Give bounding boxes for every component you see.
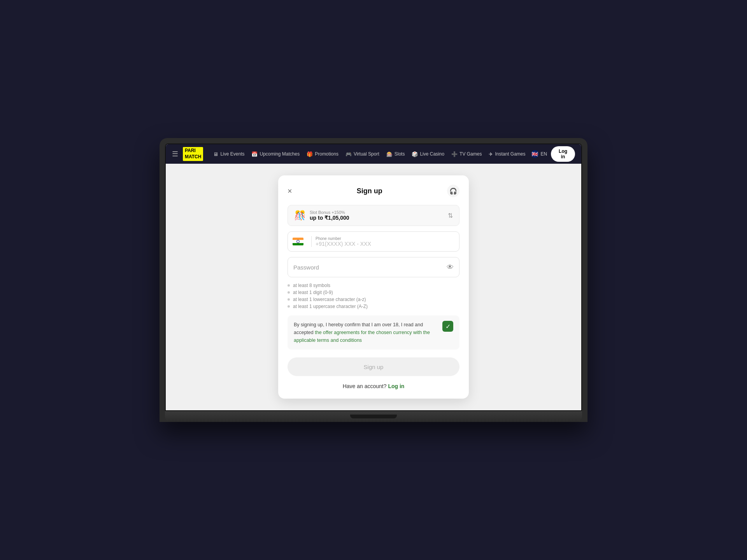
have-account-row: Have an account? Log in [288, 383, 459, 389]
terms-text: By signing up, I hereby confirm that I a… [294, 321, 437, 344]
nav-item-label: Live Events [220, 151, 244, 157]
language-selector[interactable]: 🇬🇧 EN [531, 150, 547, 158]
phone-input-field[interactable]: Phone number +91(XXXX) XXX - XXX [288, 231, 459, 252]
rule-text: at least 1 lowercase character (a-z) [293, 297, 366, 302]
login-link[interactable]: Log in [388, 383, 404, 389]
rule-text: at least 8 symbols [293, 283, 330, 288]
live-events-icon: 🖥 [213, 151, 218, 157]
nav-item-label: Upcoming Matches [260, 151, 300, 157]
chevron-updown-icon: ⇅ [448, 212, 453, 219]
nav-item-tv-games[interactable]: ➕ TV Games [448, 149, 485, 159]
rule-dot [288, 284, 290, 287]
password-input-field[interactable]: Password 👁 [288, 257, 459, 277]
bonus-label: Slot Bonus +150% [310, 210, 349, 215]
nav-item-instant-games[interactable]: ✈ Instant Games [486, 149, 528, 159]
rule-dot [288, 291, 290, 294]
login-button[interactable]: Log in [551, 146, 575, 162]
bonus-left: 🎊 Slot Bonus +150% up to ₹1,05,000 [294, 210, 349, 221]
rule-item-1: at least 8 symbols [288, 283, 459, 288]
nav-item-label: Live Casino [420, 151, 444, 157]
phone-divider [311, 236, 312, 247]
bonus-emoji: 🎊 [294, 210, 306, 221]
phone-placeholder: +91(XXXX) XXX - XXX [316, 241, 454, 247]
instant-games-icon: ✈ [489, 151, 493, 157]
modal-title: Sign up [357, 187, 382, 195]
phone-label: Phone number [316, 236, 454, 241]
nav-item-virtual-sport[interactable]: 🎮 Virtual Sport [342, 149, 382, 159]
terms-checkbox[interactable]: ✓ [442, 321, 453, 332]
slots-icon: 🎰 [386, 151, 393, 157]
nav-item-label: Slots [395, 151, 405, 157]
nav-item-label: Promotions [315, 151, 338, 157]
laptop-screen: ☰ PARI MATCH 🖥 Live Events 📅 Upcoming Ma… [165, 144, 582, 411]
nav-items: 🖥 Live Events 📅 Upcoming Matches 🎁 Promo… [210, 149, 528, 159]
bonus-info: Slot Bonus +150% up to ₹1,05,000 [310, 210, 349, 221]
main-content: × Sign up 🎧 🎊 Slot Bonus +150% up to ₹1,… [166, 164, 581, 410]
bonus-value: up to ₹1,05,000 [310, 215, 349, 221]
eye-icon[interactable]: 👁 [447, 263, 454, 271]
promotions-icon: 🎁 [307, 151, 313, 157]
terms-box: By signing up, I hereby confirm that I a… [288, 315, 459, 350]
password-placeholder: Password [293, 264, 447, 271]
rule-item-2: at least 1 digit (0-9) [288, 290, 459, 295]
nav-item-live-events[interactable]: 🖥 Live Events [210, 149, 247, 159]
signup-button[interactable]: Sign up [288, 357, 459, 376]
laptop-frame: ☰ PARI MATCH 🖥 Live Events 📅 Upcoming Ma… [160, 138, 587, 422]
rule-item-4: at least 1 uppercase character (A-Z) [288, 304, 459, 309]
live-casino-icon: 🎲 [412, 151, 418, 157]
nav-item-label: TV Games [459, 151, 482, 157]
rule-dot [288, 305, 290, 308]
nav-item-upcoming-matches[interactable]: 📅 Upcoming Matches [248, 149, 303, 159]
signup-modal: × Sign up 🎧 🎊 Slot Bonus +150% up to ₹1,… [278, 175, 469, 399]
modal-header: × Sign up 🎧 [288, 185, 459, 197]
rule-text: at least 1 uppercase character (A-Z) [293, 304, 368, 309]
laptop-base [165, 411, 582, 422]
language-code: EN [541, 151, 547, 157]
upcoming-matches-icon: 📅 [251, 151, 258, 157]
phone-inner: Phone number +91(XXXX) XXX - XXX [316, 236, 454, 247]
tv-games-icon: ➕ [451, 151, 458, 157]
rule-item-3: at least 1 lowercase character (a-z) [288, 297, 459, 302]
password-rules: at least 8 symbols at least 1 digit (0-9… [288, 283, 459, 309]
rule-text: at least 1 digit (0-9) [293, 290, 333, 295]
nav-item-promotions[interactable]: 🎁 Promotions [303, 149, 342, 159]
nav-item-live-casino[interactable]: 🎲 Live Casino [409, 149, 447, 159]
navbar: ☰ PARI MATCH 🖥 Live Events 📅 Upcoming Ma… [166, 144, 581, 164]
virtual-sport-icon: 🎮 [345, 151, 352, 157]
rule-dot [288, 298, 290, 301]
bonus-selector[interactable]: 🎊 Slot Bonus +150% up to ₹1,05,000 ⇅ [288, 205, 459, 226]
have-account-text: Have an account? [343, 383, 387, 389]
hamburger-icon[interactable]: ☰ [172, 150, 178, 158]
logo-text: PARI MATCH [183, 147, 203, 161]
nav-right: 🇬🇧 EN Log in [531, 146, 575, 162]
nav-item-label: Virtual Sport [354, 151, 379, 157]
close-button[interactable]: × [288, 187, 292, 195]
india-flag [293, 238, 303, 245]
logo[interactable]: PARI MATCH [183, 147, 203, 161]
laptop-notch [350, 415, 397, 418]
support-icon[interactable]: 🎧 [447, 185, 459, 197]
nav-item-slots[interactable]: 🎰 Slots [383, 149, 408, 159]
nav-item-label: Instant Games [495, 151, 525, 157]
